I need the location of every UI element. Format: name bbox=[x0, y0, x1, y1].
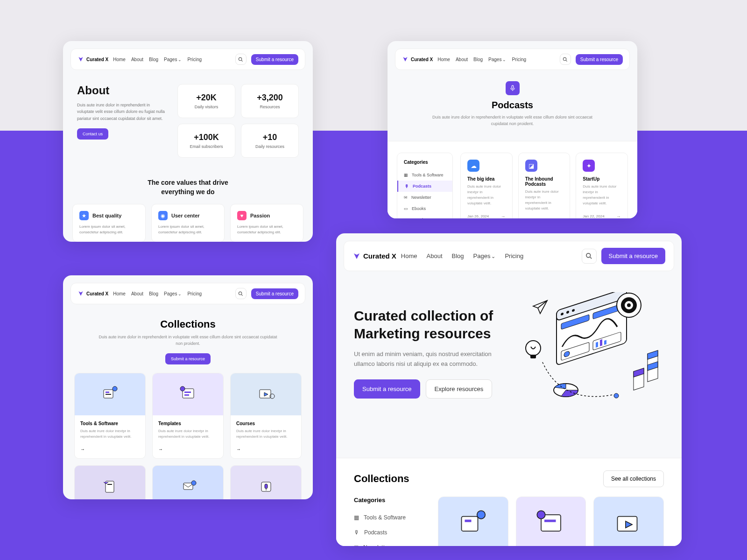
nav-blog[interactable]: Blog bbox=[149, 291, 158, 296]
mic-icon: 🎙 bbox=[405, 184, 409, 189]
collection-card[interactable]: TemplatesDuis aute irure dolor inextpr i… bbox=[152, 373, 224, 459]
logo[interactable]: Curated X bbox=[352, 252, 396, 260]
search-button[interactable] bbox=[582, 249, 597, 264]
stat-card: +3,200Resources bbox=[241, 84, 299, 118]
nav-pricing[interactable]: Pricing bbox=[187, 57, 202, 62]
nav-pages[interactable]: Pages⌄ bbox=[473, 252, 496, 259]
nav-pages[interactable]: Pages⌄ bbox=[488, 57, 506, 62]
layout-icon: ▤ bbox=[404, 217, 408, 218]
nav-home[interactable]: Home bbox=[113, 57, 126, 62]
collection-card[interactable] bbox=[516, 497, 586, 546]
logo[interactable]: Curated X bbox=[78, 290, 108, 297]
svg-point-52 bbox=[537, 511, 545, 519]
illustration bbox=[231, 373, 301, 415]
app-icon: ✦ bbox=[583, 160, 595, 172]
nav-pricing[interactable]: Pricing bbox=[187, 291, 202, 296]
svg-point-49 bbox=[477, 511, 486, 519]
nav-about[interactable]: About bbox=[131, 291, 143, 296]
sidebar-item-newsletter[interactable]: ✉Newsletter bbox=[397, 192, 452, 203]
nav-blog[interactable]: Blog bbox=[452, 252, 464, 259]
app-icon: ◪ bbox=[525, 160, 537, 172]
navbar: Curated X Home About Blog Pages⌄ Pricing… bbox=[70, 49, 305, 70]
sidebar-item-ebooks[interactable]: ▭Ebooks bbox=[397, 203, 452, 214]
podcasts-panel: Curated X Home About Blog Pages⌄ Pricing… bbox=[388, 41, 637, 218]
collections-heading: Collections bbox=[354, 473, 409, 485]
submit-resource-button[interactable]: Submit a resource bbox=[251, 54, 298, 65]
svg-rect-40 bbox=[530, 355, 536, 358]
illustration bbox=[594, 497, 663, 546]
search-button[interactable] bbox=[235, 288, 247, 299]
illustration bbox=[153, 373, 223, 415]
explore-resources-button[interactable]: Explore resources bbox=[426, 379, 493, 399]
navbar: Curated X Home About Blog Pages⌄ Pricing… bbox=[70, 283, 305, 304]
nav-blog[interactable]: Blog bbox=[149, 57, 158, 62]
nav-pricing[interactable]: Pricing bbox=[512, 57, 526, 62]
nav-pages[interactable]: Pages⌄ bbox=[164, 291, 182, 296]
collection-card[interactable]: CoursesDuis aute irure dolor inextpr in … bbox=[230, 373, 302, 459]
navbar: Curated X Home About Blog Pages⌄ Pricing… bbox=[395, 49, 630, 70]
svg-point-1 bbox=[564, 57, 566, 60]
sidebar-item-tools[interactable]: ▦Tools & Software bbox=[354, 510, 429, 525]
collection-card[interactable] bbox=[230, 465, 302, 499]
nav-about[interactable]: About bbox=[456, 57, 468, 62]
about-panel: Curated X Home About Blog Pages⌄ Pricing… bbox=[63, 41, 313, 242]
nav-home[interactable]: Home bbox=[437, 57, 450, 62]
book-icon: ▭ bbox=[404, 206, 408, 211]
grid-icon: ▦ bbox=[354, 514, 359, 521]
svg-point-21 bbox=[586, 253, 591, 258]
nav-pages[interactable]: Pages⌄ bbox=[164, 57, 182, 62]
contact-button[interactable]: Contact us bbox=[77, 128, 108, 140]
value-card: ◉User center Lorem ipsum dolor sit amet,… bbox=[151, 204, 225, 242]
sidebar-item-podcasts[interactable]: 🎙Podcasts bbox=[397, 181, 452, 192]
submit-resource-button[interactable]: Submit a resource bbox=[601, 248, 666, 264]
nav-pricing[interactable]: Pricing bbox=[505, 252, 523, 259]
sidebar-item-tools[interactable]: ▦Tools & Software bbox=[397, 169, 452, 181]
search-button[interactable] bbox=[560, 54, 571, 65]
submit-resource-button[interactable]: Submit a resource bbox=[251, 288, 298, 299]
svg-rect-32 bbox=[596, 342, 598, 347]
sidebar-item-templates[interactable]: ▤Templates bbox=[397, 214, 452, 218]
svg-point-38 bbox=[627, 303, 631, 307]
hero-illustration bbox=[514, 290, 664, 416]
illustration bbox=[516, 497, 586, 546]
submit-resource-button[interactable]: Submit a resource bbox=[165, 353, 211, 364]
hero-desc: Ut enim ad minim veniam, quis nostrud ex… bbox=[354, 350, 500, 369]
search-button[interactable] bbox=[235, 54, 247, 65]
illustration bbox=[438, 497, 508, 546]
cloud-icon: ☁ bbox=[467, 160, 479, 172]
collections-desc: Duis aute irure dolor in reprehenderit i… bbox=[96, 334, 280, 347]
collection-card[interactable]: Tools & SoftwareDuis aute irure dolor in… bbox=[74, 373, 146, 459]
collection-card[interactable] bbox=[593, 497, 664, 546]
submit-resource-button[interactable]: Submit a resource bbox=[354, 379, 420, 399]
svg-point-0 bbox=[239, 57, 242, 60]
date: Jan 22, 2024 bbox=[583, 214, 604, 218]
sidebar-item-podcasts[interactable]: 🎙Podcasts bbox=[354, 525, 429, 540]
arrow-icon: → bbox=[80, 447, 85, 452]
podcast-card[interactable]: ✦ StartUpDuis aute irure dolor inextpr i… bbox=[576, 153, 628, 218]
nav-about[interactable]: About bbox=[427, 252, 443, 259]
submit-resource-button[interactable]: Submit a resource bbox=[576, 54, 623, 65]
collection-card[interactable] bbox=[152, 465, 224, 499]
svg-rect-6 bbox=[106, 392, 109, 393]
collection-card[interactable] bbox=[74, 465, 146, 499]
sidebar-item-newsletter[interactable]: ✉Newsletter bbox=[354, 540, 429, 546]
see-all-button[interactable]: See all collections bbox=[603, 470, 664, 487]
nav-home[interactable]: Home bbox=[401, 252, 417, 259]
podcast-card[interactable]: ☁ The big ideaDuis aute irure dolor inex… bbox=[460, 153, 513, 218]
collections-heading: Collections bbox=[96, 318, 280, 330]
svg-rect-2 bbox=[512, 85, 514, 89]
logo[interactable]: Curated X bbox=[78, 56, 108, 63]
nav-about[interactable]: About bbox=[131, 57, 143, 62]
nav-blog[interactable]: Blog bbox=[473, 57, 483, 62]
value-card: ♥Passion Lorem ipsum dolor sit amet, con… bbox=[230, 204, 303, 242]
svg-rect-53 bbox=[544, 520, 556, 522]
collection-card[interactable] bbox=[438, 497, 508, 546]
podcasts-heading: Podcasts bbox=[425, 100, 600, 111]
nav-home[interactable]: Home bbox=[113, 291, 126, 296]
categories-sidebar: Categories ▦Tools & Software 🎙Podcasts ✉… bbox=[354, 497, 429, 546]
svg-rect-48 bbox=[462, 517, 478, 532]
logo[interactable]: Curated X bbox=[402, 56, 433, 63]
stat-card: +100KEmail subscribers bbox=[177, 124, 235, 158]
categories-sidebar: Categories ▦Tools & Software 🎙Podcasts ✉… bbox=[397, 153, 453, 218]
podcast-card[interactable]: ◪ The Inbound PodcastsDuis aute irure do… bbox=[518, 153, 571, 218]
